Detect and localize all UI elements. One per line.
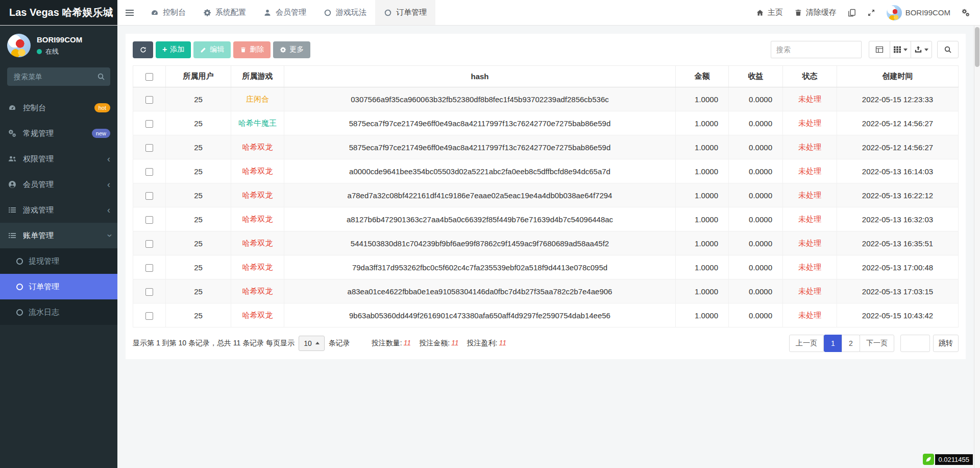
row-checkbox[interactable] [145,168,153,176]
cell-amount: 1.0000 [676,207,729,231]
document-button[interactable] [848,9,856,17]
jump-button[interactable]: 跳转 [933,335,959,352]
checkbox-cell [133,135,166,159]
page-scrollbar-track[interactable] [974,26,980,468]
more-button[interactable]: 更多 [273,41,310,58]
user-circle-icon [7,180,17,189]
home-link[interactable]: 主页 [756,8,783,17]
topnav-tab-1[interactable]: 系统配置 [194,0,255,25]
sidebar-item-4[interactable]: 游戏管理‹ [0,197,117,223]
row-checkbox[interactable] [145,288,153,296]
row-checkbox[interactable] [145,96,153,104]
row-checkbox[interactable] [145,264,153,272]
row-checkbox[interactable] [145,144,153,152]
refresh-button[interactable] [133,41,153,58]
settings-button[interactable] [962,9,970,17]
table-search-input[interactable] [771,41,862,58]
cell-game: 哈希双龙 [231,135,284,159]
pagination-toggle-button[interactable] [869,41,890,58]
cell-game: 哈希牛魔王 [231,111,284,135]
row-checkbox[interactable] [145,312,153,320]
edit-button[interactable]: 编辑 [193,41,231,58]
main-content: + 添加 编辑 删除 更多 [117,26,974,468]
checkbox-cell [133,111,166,135]
row-checkbox[interactable] [145,240,153,248]
performance-value: 0.0211455 [935,454,973,465]
sidebar-item-0[interactable]: 控制台hot [0,95,117,121]
delete-button[interactable]: 删除 [233,41,271,58]
columns-dropdown-button[interactable] [890,41,911,58]
clear-cache-button[interactable]: 清除缓存 [794,8,837,17]
next-page-button[interactable]: 下一页 [860,335,894,352]
plus-icon: + [162,45,167,54]
list-icon [7,206,17,214]
checkbox-cell [133,87,166,111]
cell-created: 2022-05-15 10:43:42 [837,303,959,327]
submenu-item-label: 提现管理 [29,256,59,266]
cell-amount: 1.0000 [676,135,729,159]
topnav-tab-4[interactable]: 订单管理 [375,0,435,25]
prev-page-button[interactable]: 上一页 [789,335,824,352]
cell-game: 庄闲合 [231,87,284,111]
stat-item: 投注盈利:11 [467,339,506,348]
add-button[interactable]: + 添加 [156,41,191,58]
page-scrollbar-thumb[interactable] [975,27,979,67]
sidebar-item-5[interactable]: 账单管理‹ [0,223,117,248]
row-checkbox[interactable] [145,216,153,224]
fullscreen-button[interactable] [867,9,875,17]
submenu-item-1[interactable]: 订单管理 [0,274,117,299]
user-menu[interactable]: BORI99COM [887,5,950,20]
select-all-cell [133,66,166,87]
column-header-0: 所属用户 [166,66,231,87]
topnav-right: 主页 清除缓存 BORI99COM [756,0,980,25]
page-button-1[interactable]: 1 [824,335,842,352]
sidebar-search-input[interactable] [7,67,110,86]
stat-value: 11 [451,339,459,347]
export-dropdown-button[interactable] [911,41,932,58]
topnav-tab-2[interactable]: 会员管理 [255,0,315,25]
leaf-icon[interactable] [923,454,934,465]
page-size-select[interactable]: 10 [299,336,325,351]
page-button-2[interactable]: 2 [842,335,860,352]
submenu-item-2[interactable]: 流水日志 [0,299,117,325]
search-button[interactable] [937,41,959,58]
sidebar-toggle-button[interactable] [117,0,142,25]
sidebar-item-2[interactable]: 权限管理‹ [0,146,117,172]
sidebar-item-1[interactable]: 常规管理new [0,121,117,146]
column-header-1: 所属游戏 [231,66,284,87]
cell-amount: 1.0000 [676,231,729,255]
cell-profit: 0.0000 [729,183,783,207]
avatar [7,34,31,57]
submenu-item-0[interactable]: 提现管理 [0,248,117,274]
checkbox-cell [133,303,166,327]
bet-stats: 投注数量:11投注金额:11投注盈利:11 [372,339,506,348]
jump-page-input[interactable] [900,335,930,352]
brand-logo[interactable]: Las Vegas 哈希娱乐城 [0,0,117,25]
trash-icon [794,9,802,17]
sidebar-item-3[interactable]: 会员管理‹ [0,172,117,197]
topnav-tab-0[interactable]: 控制台 [142,0,194,25]
checkbox-cell [133,183,166,207]
view-options-group [869,41,932,58]
cell-created: 2022-05-12 14:56:27 [837,135,959,159]
table-row: 25哈希双龙9b63ab05360dd449f2616901c473380afa… [133,303,959,327]
topnav-tab-3[interactable]: 游戏玩法 [315,0,375,25]
table-row: 25哈希牛魔王5875eca7f97ce21749e6ff0e49ac8a421… [133,111,959,135]
online-status-label: 在线 [45,47,59,56]
cell-user: 25 [166,135,231,159]
cell-amount: 1.0000 [676,111,729,135]
edit-button-label: 编辑 [210,45,224,54]
table-row: 25哈希双龙5441503830d81c704239bf9bf6ae99f878… [133,231,959,255]
user-icon [263,9,272,17]
refresh-icon [140,46,146,53]
row-checkbox[interactable] [145,192,153,200]
sidebar-user-panel: BORI99COM 在线 [0,26,117,63]
gauge-icon [151,9,159,17]
orders-table: 所属用户所属游戏hash金额收益状态创建时间 25庄闲合0307566a9f35… [133,65,959,327]
online-dot-icon [37,49,42,54]
row-checkbox[interactable] [145,120,153,128]
table-row: 25庄闲合0307566a9f35ca960063b32fb52380df8b8… [133,87,959,111]
select-all-checkbox[interactable] [145,73,153,81]
circle-icon [384,9,392,17]
stat-value: 11 [404,339,411,347]
